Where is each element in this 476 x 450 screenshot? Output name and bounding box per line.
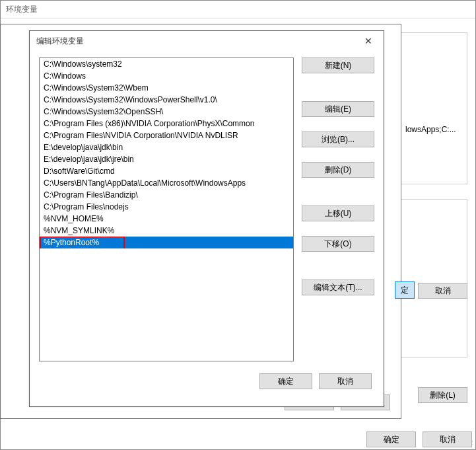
path-list-item[interactable]: C:\Program Files (x86)\NVIDIA Corporatio… bbox=[40, 118, 293, 130]
path-list[interactable]: C:\Windows\system32C:\WindowsC:\Windows\… bbox=[39, 57, 294, 361]
move-up-button[interactable]: 上移(U) bbox=[302, 206, 374, 221]
user-var-value-preview: lowsApps;C:... bbox=[405, 125, 469, 134]
cancel-button[interactable]: 取消 bbox=[418, 283, 467, 299]
new-button[interactable]: 新建(N) bbox=[302, 57, 374, 73]
path-list-item[interactable]: E:\develop\java\jdk\bin bbox=[40, 141, 293, 153]
env-vars-titlebar: 环境变量 bbox=[1, 1, 475, 19]
path-list-item[interactable]: D:\softWare\Git\cmd bbox=[40, 165, 293, 177]
path-list-item[interactable]: E:\develop\java\jdk\jre\bin bbox=[40, 153, 293, 165]
path-list-item[interactable]: C:\Windows bbox=[40, 70, 293, 82]
path-list-item[interactable]: C:\Windows\System32\WindowsPowerShell\v1… bbox=[40, 94, 293, 106]
edit-text-button[interactable]: 编辑文本(T)... bbox=[302, 280, 374, 295]
path-list-item[interactable]: C:\Windows\System32\Wbem bbox=[40, 82, 293, 94]
path-list-item[interactable]: %NVM_HOME% bbox=[40, 213, 293, 225]
cancel-button[interactable]: 取消 bbox=[423, 431, 472, 447]
edit-title: 编辑环境变量 bbox=[36, 36, 84, 47]
path-list-item[interactable]: C:\Windows\system32 bbox=[40, 58, 293, 70]
edit-body: C:\Windows\system32C:\WindowsC:\Windows\… bbox=[30, 51, 384, 368]
path-list-item[interactable]: C:\Windows\System32\OpenSSH\ bbox=[40, 106, 293, 118]
edit-buttons-col: 新建(N) 编辑(E) 浏览(B)... 删除(D) 上移(U) 下移(O) 编… bbox=[302, 57, 374, 361]
path-list-item[interactable]: C:\Users\BNTang\AppData\Local\Microsoft\… bbox=[40, 177, 293, 189]
close-icon[interactable]: ✕ bbox=[358, 34, 378, 48]
edit-button[interactable]: 编辑(E) bbox=[302, 101, 374, 117]
path-list-item[interactable]: C:\Program Files\Bandizip\ bbox=[40, 189, 293, 201]
path-list-item[interactable]: C:\Program Files\NVIDIA Corporation\NVID… bbox=[40, 130, 293, 141]
path-list-item[interactable]: %NVM_SYMLINK% bbox=[40, 225, 293, 237]
path-list-item[interactable]: C:\Program Files\nodejs bbox=[40, 201, 293, 213]
edit-env-dialog: 编辑环境变量 ✕ C:\Windows\system32C:\WindowsC:… bbox=[29, 30, 384, 407]
path-list-item[interactable]: %PythonRoot% bbox=[40, 237, 293, 248]
partial-ok-button[interactable]: 定 bbox=[395, 281, 415, 299]
browse-button[interactable]: 浏览(B)... bbox=[302, 131, 374, 147]
ok-button[interactable]: 确定 bbox=[366, 431, 416, 447]
delete-button[interactable]: 删除(L) bbox=[418, 387, 467, 403]
env-vars-title: 环境变量 bbox=[6, 4, 38, 15]
cancel-button[interactable]: 取消 bbox=[319, 373, 372, 389]
bottom-buttons: 确定 取消 bbox=[366, 431, 472, 447]
delete-button[interactable]: 删除(D) bbox=[302, 162, 374, 178]
move-down-button[interactable]: 下移(O) bbox=[302, 236, 374, 252]
edit-footer: 确定 取消 bbox=[30, 368, 384, 397]
ok-button[interactable]: 确定 bbox=[259, 373, 312, 389]
edit-titlebar: 编辑环境变量 ✕ bbox=[30, 31, 384, 51]
